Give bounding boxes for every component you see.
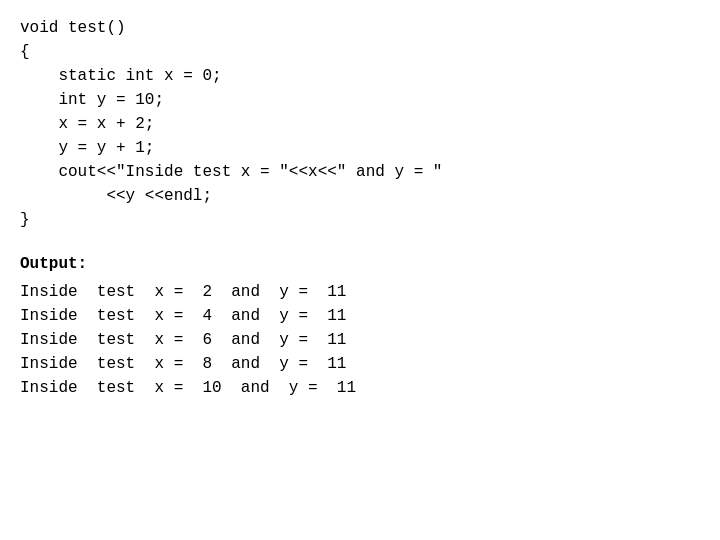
code-line-3: static int x = 0; [20, 64, 700, 88]
code-line-2: { [20, 40, 700, 64]
code-line-11: } [20, 208, 700, 232]
code-block: void test() { static int x = 0; int y = … [20, 16, 700, 232]
output-line-5: Inside test x = 10 and y = 11 [20, 376, 700, 400]
code-line-1: void test() [20, 16, 700, 40]
output-line-4: Inside test x = 8 and y = 11 [20, 352, 700, 376]
code-line-4: int y = 10; [20, 88, 700, 112]
output-block: Inside test x = 2 and y = 11 Inside test… [20, 280, 700, 400]
output-section: Output: Inside test x = 2 and y = 11 Ins… [20, 252, 700, 400]
output-line-2: Inside test x = 4 and y = 11 [20, 304, 700, 328]
code-line-10: <<y <<endl; [20, 184, 700, 208]
output-line-3: Inside test x = 6 and y = 11 [20, 328, 700, 352]
code-line-9: cout<<"Inside test x = "<<x<<" and y = " [20, 160, 700, 184]
code-line-6: x = x + 2; [20, 112, 700, 136]
output-line-1: Inside test x = 2 and y = 11 [20, 280, 700, 304]
output-label: Output: [20, 252, 700, 276]
code-line-7: y = y + 1; [20, 136, 700, 160]
